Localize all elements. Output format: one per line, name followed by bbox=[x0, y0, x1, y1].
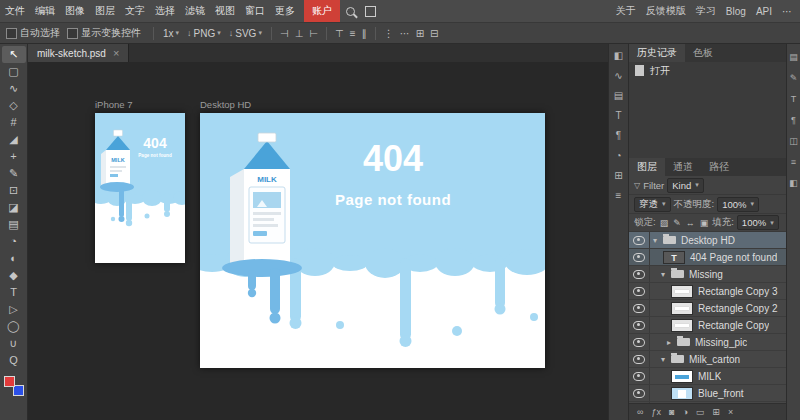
align-top-icon[interactable]: ⊤ bbox=[332, 28, 347, 39]
path-select-tool[interactable]: ▷ bbox=[2, 301, 26, 318]
show-transform-checkbox[interactable] bbox=[67, 28, 78, 39]
layer-row-rectangle-copy-3[interactable]: Rectangle Copy 3 bbox=[629, 283, 786, 300]
visibility-toggle[interactable] bbox=[629, 249, 650, 265]
align-left-icon[interactable]: ⊣ bbox=[277, 28, 292, 39]
new-group-icon[interactable]: ▭ bbox=[696, 404, 705, 420]
export-scale-dropdown[interactable]: 1x ▾ bbox=[159, 27, 183, 40]
align-middle-icon[interactable]: ≡ bbox=[347, 28, 359, 39]
layer-row-milk[interactable]: MILK bbox=[629, 368, 786, 385]
type-tool[interactable]: T bbox=[2, 284, 26, 301]
menu-item-filter[interactable]: 滤镜 bbox=[180, 0, 210, 22]
distribute-v-icon[interactable]: ⋮ bbox=[381, 28, 397, 39]
dodge-tool[interactable]: ◐ bbox=[2, 250, 26, 267]
layer-row-missing-pic[interactable]: ▸ Missing_pic bbox=[629, 334, 786, 351]
info-panel-icon[interactable]: ⊞ bbox=[611, 170, 627, 181]
character-dock-icon[interactable]: T bbox=[791, 94, 797, 104]
search-icon[interactable] bbox=[340, 0, 360, 22]
fill-value[interactable]: 100% ▾ bbox=[737, 215, 779, 230]
swatches-dock-icon[interactable]: ▤ bbox=[789, 52, 798, 62]
character-panel-icon[interactable]: T bbox=[611, 110, 627, 121]
expand-arrow-icon[interactable]: ▸ bbox=[664, 338, 674, 347]
brush-tool[interactable]: ✎ bbox=[2, 165, 26, 182]
marquee-select-tool[interactable]: ▢ bbox=[2, 63, 26, 80]
layer-row-404-text[interactable]: T 404 Page not found bbox=[629, 249, 786, 266]
distribute-h-icon[interactable]: ⋯ bbox=[397, 28, 413, 39]
tab-history[interactable]: 历史记录 bbox=[629, 44, 685, 62]
blend-mode-dropdown[interactable]: 穿透 ▾ bbox=[634, 197, 671, 212]
visibility-toggle[interactable] bbox=[629, 232, 650, 248]
layer-row-desktop-hd[interactable]: ▾ Desktop HD bbox=[629, 232, 786, 249]
layer-row-missing-group[interactable]: ▾ Missing bbox=[629, 266, 786, 283]
layer-comps-dock-icon[interactable]: ◫ bbox=[789, 136, 798, 146]
menu-item-file[interactable]: 文件 bbox=[0, 0, 30, 22]
eyedropper-tool[interactable]: ◢ bbox=[2, 131, 26, 148]
menu-item-view[interactable]: 视图 bbox=[210, 0, 240, 22]
eraser-tool[interactable]: ◪ bbox=[2, 199, 26, 216]
link-learn[interactable]: 学习 bbox=[696, 4, 716, 18]
menu-item-edit[interactable]: 编辑 bbox=[30, 0, 60, 22]
link-about[interactable]: 关于 bbox=[616, 4, 636, 18]
delete-layer-icon[interactable]: × bbox=[728, 404, 733, 420]
auto-select-checkbox[interactable] bbox=[6, 28, 17, 39]
tab-layers[interactable]: 图层 bbox=[629, 158, 665, 176]
layer-row-blue-front[interactable]: Blue_front bbox=[629, 385, 786, 402]
foreground-color-swatch[interactable] bbox=[4, 376, 15, 387]
close-icon[interactable]: × bbox=[113, 48, 119, 58]
lock-pixels-icon[interactable]: ✎ bbox=[672, 218, 682, 228]
fullscreen-icon[interactable] bbox=[360, 0, 380, 22]
grid-icon[interactable]: ⊞ bbox=[413, 28, 427, 39]
visibility-toggle[interactable] bbox=[629, 385, 650, 401]
document-tab[interactable]: milk-sketch.psd × bbox=[28, 44, 129, 62]
layer-styles-icon[interactable]: ƒx bbox=[651, 404, 661, 420]
zoom-tool[interactable]: Q bbox=[2, 352, 26, 369]
adjustments-panel-icon[interactable]: ∿ bbox=[611, 70, 627, 81]
visibility-toggle[interactable] bbox=[629, 334, 650, 350]
blur-tool[interactable]: ◔ bbox=[2, 233, 26, 250]
export-png-button[interactable]: ↓ PNG ▾ bbox=[183, 27, 225, 40]
align-right-icon[interactable]: ⊢ bbox=[306, 28, 321, 39]
paragraph-panel-icon[interactable]: ¶ bbox=[611, 130, 627, 141]
align-center-h-icon[interactable]: ⊥ bbox=[292, 28, 307, 39]
clone-stamp-tool[interactable]: ⊡ bbox=[2, 182, 26, 199]
tab-paths[interactable]: 路径 bbox=[701, 158, 737, 176]
paragraph-dock-icon[interactable]: ¶ bbox=[791, 115, 796, 125]
shape-tool[interactable]: ◯ bbox=[2, 318, 26, 335]
filter-kind-dropdown[interactable]: Kind ▾ bbox=[667, 178, 704, 193]
visibility-toggle[interactable] bbox=[629, 368, 650, 384]
properties-dock-icon[interactable]: ◧ bbox=[789, 178, 798, 188]
glyphs-dock-icon[interactable]: ≡ bbox=[791, 157, 796, 167]
layer-mask-icon[interactable]: ◙ bbox=[669, 404, 674, 420]
menu-item-select[interactable]: 选择 bbox=[150, 0, 180, 22]
link-blog[interactable]: Blog bbox=[726, 6, 746, 17]
artboard-iphone7[interactable]: iPhone 7 404 bbox=[95, 113, 185, 263]
lock-transparency-icon[interactable]: ▨ bbox=[659, 218, 670, 228]
visibility-toggle[interactable] bbox=[629, 351, 650, 367]
opacity-value[interactable]: 100% ▾ bbox=[717, 197, 759, 212]
visibility-toggle[interactable] bbox=[629, 283, 650, 299]
properties-panel-icon[interactable]: ◧ bbox=[611, 50, 627, 61]
tab-swatches[interactable]: 色板 bbox=[685, 44, 721, 62]
adjustment-layer-icon[interactable]: ◑ bbox=[682, 404, 687, 420]
notes-panel-icon[interactable]: ≡ bbox=[611, 190, 627, 201]
move-tool[interactable]: ↖ bbox=[2, 46, 26, 63]
hand-tool[interactable]: ∪ bbox=[2, 335, 26, 352]
link-feedback[interactable]: 反馈模版 bbox=[646, 4, 686, 18]
align-bottom-icon[interactable]: ∥ bbox=[359, 28, 370, 39]
link-api[interactable]: API bbox=[756, 6, 772, 17]
crop-tool[interactable]: # bbox=[2, 114, 26, 131]
visibility-toggle[interactable] bbox=[629, 300, 650, 316]
link-layers-icon[interactable]: ∞ bbox=[637, 404, 643, 420]
account-button[interactable]: 账户 bbox=[304, 0, 340, 22]
styles-panel-icon[interactable]: ▤ bbox=[611, 90, 627, 101]
pen-tool[interactable]: ◆ bbox=[2, 267, 26, 284]
visibility-toggle[interactable] bbox=[629, 317, 650, 333]
export-svg-button[interactable]: ↓ SVG ▾ bbox=[225, 27, 266, 40]
new-layer-icon[interactable]: ⊞ bbox=[712, 404, 720, 420]
healing-tool[interactable]: + bbox=[2, 148, 26, 165]
canvas-area[interactable]: iPhone 7 404 bbox=[28, 62, 608, 420]
layer-row-rectangle-copy-2[interactable]: Rectangle Copy 2 bbox=[629, 300, 786, 317]
magic-wand-tool[interactable]: ◇ bbox=[2, 97, 26, 114]
menu-item-window[interactable]: 窗口 bbox=[240, 0, 270, 22]
artboard-label[interactable]: iPhone 7 bbox=[95, 99, 133, 110]
menu-item-layer[interactable]: 图层 bbox=[90, 0, 120, 22]
